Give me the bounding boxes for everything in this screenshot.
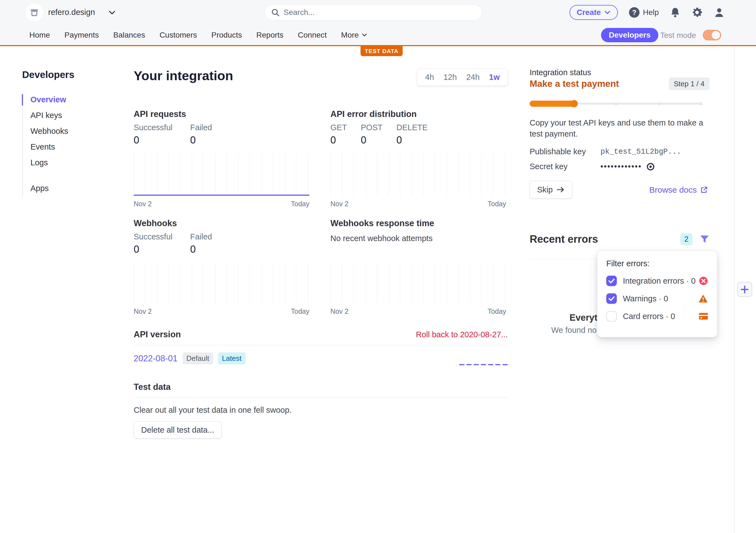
empty-chart-note: No recent webhook attempts bbox=[330, 234, 433, 243]
global-search[interactable] bbox=[264, 4, 482, 20]
webhooks-response-time-card: Webhooks response time No recent webhook… bbox=[330, 218, 508, 321]
add-panel-button[interactable] bbox=[737, 282, 752, 297]
help-icon: ? bbox=[629, 7, 639, 18]
sidebar-item-api-keys[interactable]: API keys bbox=[23, 108, 127, 123]
stat-label: Failed bbox=[190, 123, 212, 132]
nav-item-more-label: More bbox=[341, 31, 359, 39]
chevron-down-icon bbox=[108, 10, 116, 15]
range-1w[interactable]: 1w bbox=[489, 73, 500, 82]
stat-value: 0 bbox=[190, 243, 212, 255]
secret-key-label: Secret key bbox=[530, 162, 601, 171]
range-24h[interactable]: 24h bbox=[466, 73, 479, 82]
delete-all-test-data-button[interactable]: Delete all test data... bbox=[134, 421, 222, 439]
axis-end: Today bbox=[291, 200, 310, 208]
create-button-label: Create bbox=[577, 8, 601, 17]
section-title: Test data bbox=[134, 382, 508, 392]
publishable-key-value[interactable]: pk_test_51L2bgP... bbox=[601, 148, 681, 156]
filter-option-integration-errors[interactable]: Integration errors · 0 bbox=[606, 272, 708, 290]
stat-value: 0 bbox=[361, 134, 383, 146]
filter-option-warnings[interactable]: Warnings · 0 bbox=[606, 290, 708, 307]
search-input[interactable] bbox=[284, 8, 461, 17]
reveal-key-eye-icon[interactable] bbox=[646, 162, 655, 171]
chevron-down-icon bbox=[604, 10, 611, 15]
sidebar-item-webhooks[interactable]: Webhooks bbox=[23, 123, 127, 139]
primary-nav: Home Payments Balances Customers Product… bbox=[0, 25, 756, 46]
chart-title: API requests bbox=[134, 109, 311, 119]
progress-fill bbox=[530, 101, 575, 107]
axis-end: Today bbox=[291, 307, 310, 316]
chevron-down-icon bbox=[362, 33, 367, 37]
settings-gear-icon[interactable] bbox=[691, 7, 703, 18]
stat-value: 0 bbox=[134, 243, 173, 255]
create-button[interactable]: Create bbox=[570, 5, 618, 20]
checkbox-checked[interactable] bbox=[606, 293, 617, 304]
step-counter-badge: Step 1 / 4 bbox=[669, 77, 710, 90]
nav-item-customers[interactable]: Customers bbox=[159, 31, 197, 39]
nav-item-payments[interactable]: Payments bbox=[65, 31, 99, 39]
api-requests-chart bbox=[134, 153, 310, 196]
filter-option-label: Integration errors · 0 bbox=[623, 276, 699, 286]
checkbox-checked[interactable] bbox=[606, 276, 617, 286]
nav-item-balances[interactable]: Balances bbox=[113, 31, 145, 39]
rollback-link[interactable]: Roll back to 2020-08-27... bbox=[416, 330, 508, 339]
nav-item-connect[interactable]: Connect bbox=[298, 31, 327, 39]
developers-pill-button[interactable]: Developers bbox=[601, 28, 658, 42]
error-count-badge: 2 bbox=[681, 233, 692, 245]
help-menu[interactable]: ? Help bbox=[629, 7, 659, 18]
nav-item-reports[interactable]: Reports bbox=[256, 31, 284, 39]
filter-option-card-errors[interactable]: Card errors · 0 bbox=[606, 307, 708, 325]
error-circle-icon bbox=[699, 276, 708, 286]
browse-docs-link[interactable]: Browse docs bbox=[649, 185, 708, 195]
test-data-badge: TEST DATA bbox=[361, 46, 403, 56]
nav-item-products[interactable]: Products bbox=[211, 31, 242, 39]
checkbox-unchecked[interactable] bbox=[606, 311, 617, 321]
range-12h[interactable]: 12h bbox=[444, 73, 457, 82]
integration-status-heading: Integration status bbox=[530, 68, 710, 77]
dashed-line-decoration bbox=[459, 364, 508, 365]
publishable-key-label: Publishable key bbox=[530, 147, 601, 156]
toggle-knob bbox=[712, 31, 720, 39]
section-title: API version bbox=[134, 330, 181, 340]
active-indicator bbox=[22, 94, 23, 106]
test-mode-toggle[interactable] bbox=[703, 30, 721, 40]
notifications-bell-icon[interactable] bbox=[670, 7, 681, 18]
sidebar-item-events[interactable]: Events bbox=[23, 139, 127, 155]
stat-value: 0 bbox=[190, 134, 212, 146]
nav-item-home[interactable]: Home bbox=[29, 31, 50, 39]
skip-button[interactable]: Skip bbox=[530, 181, 572, 198]
sidebar-heading: Developers bbox=[22, 69, 127, 80]
api-requests-card: API requests Successful 0 Failed 0 Nov 2… bbox=[134, 109, 311, 212]
avatar[interactable] bbox=[714, 7, 725, 18]
api-version-link[interactable]: 2022-08-01 bbox=[134, 354, 178, 364]
org-switcher[interactable]: refero.design bbox=[48, 8, 95, 17]
axis-start: Nov 2 bbox=[330, 307, 348, 316]
sidebar-item-overview[interactable]: Overview bbox=[23, 92, 127, 108]
external-link-icon bbox=[700, 186, 708, 194]
sidebar-item-apps[interactable]: Apps bbox=[23, 181, 127, 196]
latest-badge: Latest bbox=[218, 352, 245, 364]
range-4h[interactable]: 4h bbox=[425, 73, 434, 82]
stat-label: DELETE bbox=[396, 123, 428, 132]
step-title: Make a test payment bbox=[530, 79, 619, 89]
test-data-section: Test data Clear out all your test data i… bbox=[134, 382, 508, 439]
org-logo[interactable] bbox=[25, 4, 43, 21]
divider bbox=[134, 397, 508, 398]
filter-funnel-icon[interactable] bbox=[700, 235, 710, 244]
recent-errors-title: Recent errors bbox=[530, 233, 681, 245]
axis-end: Today bbox=[488, 307, 506, 316]
right-rail-divider bbox=[734, 46, 734, 533]
stat-label: Successful bbox=[134, 232, 173, 241]
webhooks-chart bbox=[134, 262, 310, 304]
axis-end: Today bbox=[488, 200, 506, 208]
search-icon bbox=[271, 8, 280, 17]
main-content: Your integration 4h 12h 24h 1w API reque… bbox=[134, 68, 508, 83]
nav-item-more[interactable]: More bbox=[341, 31, 368, 39]
axis-start: Nov 2 bbox=[134, 307, 152, 316]
progress-dot bbox=[699, 102, 702, 105]
developers-sidebar: Developers Overview API keys Webhooks Ev… bbox=[22, 69, 127, 196]
warning-triangle-icon bbox=[698, 294, 708, 303]
sidebar-item-logs[interactable]: Logs bbox=[23, 155, 127, 170]
top-header: refero.design Create ? Help bbox=[0, 0, 756, 25]
empty-state-subtitle: We found no bbox=[551, 326, 597, 335]
webhooks-card: Webhooks Successful 0 Failed 0 Nov 2 Tod… bbox=[134, 218, 311, 321]
